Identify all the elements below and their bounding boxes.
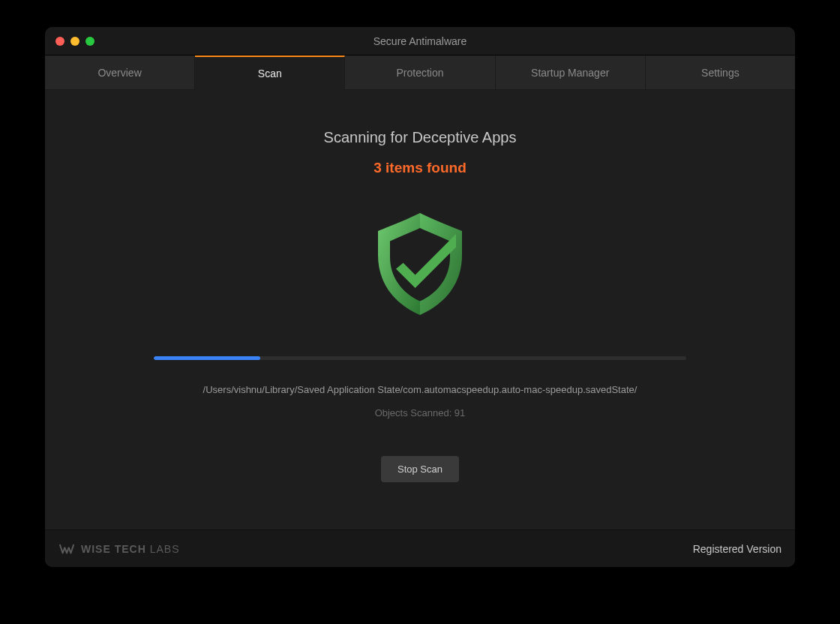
scan-progress-bar — [154, 356, 686, 360]
brand-mark-icon — [58, 542, 75, 556]
tab-overview[interactable]: Overview — [45, 56, 195, 90]
maximize-window-button[interactable] — [86, 37, 94, 46]
scan-progress-fill — [154, 356, 260, 360]
tab-bar: Overview Scan Protection Startup Manager… — [45, 56, 795, 90]
tab-label: Startup Manager — [531, 67, 609, 79]
tab-settings[interactable]: Settings — [646, 56, 795, 90]
objects-scanned-label: Objects Scanned: 91 — [375, 407, 466, 418]
app-window: Secure Antimalware Overview Scan Protect… — [45, 27, 795, 567]
brand-strong-text: WISE TECH — [81, 543, 146, 555]
tab-startup-manager[interactable]: Startup Manager — [496, 56, 646, 90]
tab-label: Scan — [258, 68, 282, 80]
window-title: Secure Antimalware — [45, 35, 795, 47]
brand-logo: WISE TECH LABS — [58, 542, 179, 556]
tab-label: Overview — [98, 67, 141, 79]
close-window-button[interactable] — [56, 37, 64, 46]
scan-heading: Scanning for Deceptive Apps — [324, 129, 517, 146]
version-label: Registered Version — [693, 543, 782, 555]
footer: WISE TECH LABS Registered Version — [45, 530, 795, 567]
stop-scan-button[interactable]: Stop Scan — [381, 456, 459, 482]
scan-panel: Scanning for Deceptive Apps 3 items foun… — [45, 90, 795, 530]
tab-label: Settings — [701, 67, 740, 79]
tab-label: Protection — [396, 67, 443, 79]
minimize-window-button[interactable] — [70, 37, 80, 46]
items-found-label: 3 items found — [374, 160, 466, 176]
scan-current-path: /Users/vishnu/Library/Saved Application … — [203, 384, 638, 395]
brand-light-text: LABS — [146, 543, 180, 555]
titlebar: Secure Antimalware — [45, 27, 795, 56]
traffic-lights — [45, 37, 94, 46]
tab-protection[interactable]: Protection — [345, 56, 495, 90]
shield-check-icon — [356, 200, 484, 328]
tab-scan[interactable]: Scan — [195, 56, 345, 90]
